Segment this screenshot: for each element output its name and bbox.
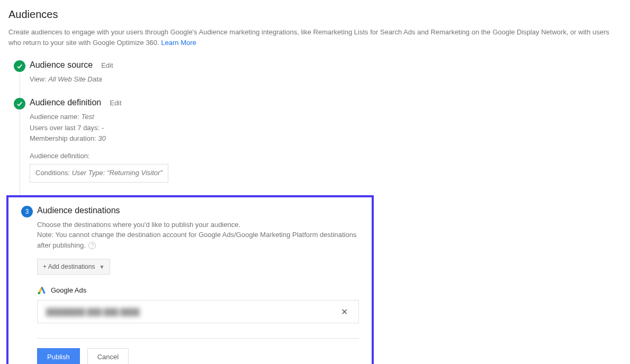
conditions-value: User Type: "Returning Visitor"	[72, 169, 163, 177]
checkmark-icon	[14, 60, 25, 72]
close-icon: ✕	[341, 307, 348, 316]
destination-google-ads: Google Ads ████████ ███ ███ ████ ✕	[37, 285, 359, 323]
definition-condition-box: Conditions: User Type: "Returning Visito…	[30, 164, 168, 183]
step-audience-definition: Audience definition Edit Audience name: …	[14, 98, 622, 183]
description-text: Create audiences to engage with your use…	[8, 28, 609, 47]
destination-row: ████████ ███ ███ ████ ✕	[37, 300, 359, 323]
divider	[37, 338, 359, 339]
audience-name-value: Test	[82, 113, 94, 121]
users-label: Users over last 7 days:	[30, 124, 102, 132]
add-destinations-label: + Add destinations	[43, 263, 95, 270]
page-title: Audiences	[8, 8, 622, 21]
view-label: View:	[30, 75, 48, 83]
destinations-description: Choose the destinations where you'd like…	[37, 220, 359, 251]
cancel-button[interactable]: Cancel	[87, 348, 129, 364]
add-destinations-button[interactable]: + Add destinations ▼	[37, 259, 110, 275]
dest-desc-line1: Choose the destinations where you'd like…	[37, 220, 359, 230]
chevron-down-icon: ▼	[99, 264, 104, 270]
help-icon[interactable]: ?	[88, 242, 96, 249]
google-ads-label: Google Ads	[51, 286, 86, 294]
svg-point-0	[38, 292, 40, 295]
definition-label: Audience definition:	[30, 151, 622, 162]
checkmark-icon	[14, 98, 25, 110]
edit-definition-link[interactable]: Edit	[110, 99, 121, 107]
membership-label: Membership duration:	[30, 134, 98, 142]
step-connector	[20, 73, 20, 98]
dest-desc-line2: Note: You cannot change the destination …	[37, 231, 356, 249]
step-audience-destinations: 3 Audience destinations Choose the desti…	[21, 206, 359, 364]
conditions-label: Conditions:	[35, 169, 72, 177]
destination-account-text: ████████ ███ ███ ████	[46, 308, 140, 316]
audience-name-label: Audience name:	[30, 113, 82, 121]
highlight-box: 3 Audience destinations Choose the desti…	[6, 195, 374, 364]
publish-button[interactable]: Publish	[37, 348, 80, 364]
remove-destination-button[interactable]: ✕	[339, 305, 350, 319]
google-ads-icon	[37, 285, 47, 295]
action-buttons: Publish Cancel	[37, 348, 359, 364]
page-description: Create audiences to engage with your use…	[8, 27, 622, 48]
learn-more-link[interactable]: Learn More	[161, 39, 196, 47]
view-value: All Web Site Data	[48, 75, 102, 83]
step-connector	[20, 111, 20, 195]
step-number-badge: 3	[21, 206, 33, 217]
step-audience-source: Audience source Edit View: All Web Site …	[14, 60, 622, 85]
membership-value: 30	[98, 134, 105, 142]
step-definition-title: Audience definition	[30, 98, 101, 107]
users-value: -	[102, 124, 104, 132]
step-destinations-title: Audience destinations	[37, 206, 120, 215]
edit-source-link[interactable]: Edit	[101, 61, 113, 69]
step-source-title: Audience source	[30, 60, 93, 70]
